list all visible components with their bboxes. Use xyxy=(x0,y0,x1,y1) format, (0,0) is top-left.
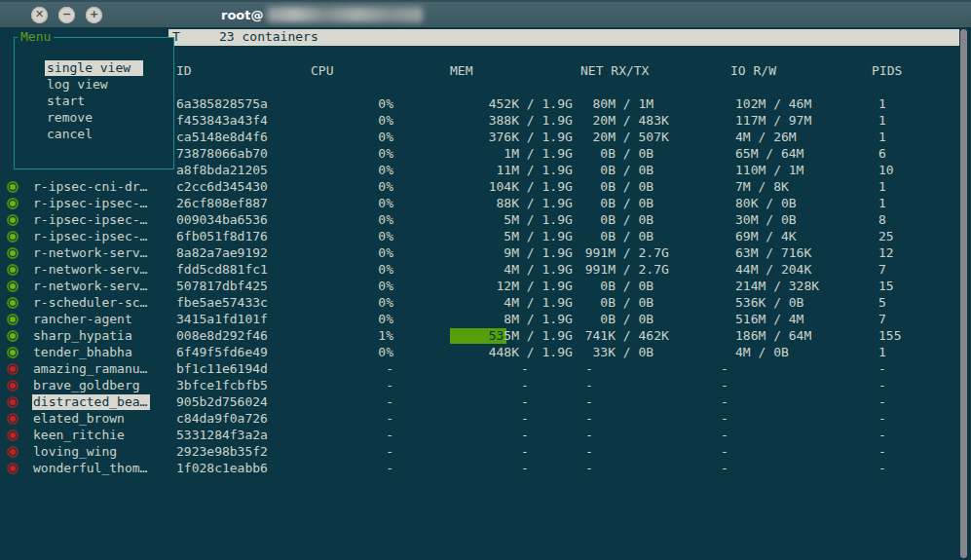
pids-value: - xyxy=(878,394,886,410)
container-name: r-scheduler-sc… xyxy=(33,295,147,311)
net-rx-value: 0B xyxy=(518,295,616,311)
io-value: - xyxy=(721,411,728,427)
table-row[interactable]: r-network-serv…8a82a7ae91920%9M / 1.9G99… xyxy=(0,245,971,262)
cpu-value: - xyxy=(296,428,393,443)
table-row[interactable]: sharp_hypatia008e8d292f461%535M / 1.9G74… xyxy=(0,328,971,345)
container-name: wonderful_thom… xyxy=(33,461,147,476)
table-row[interactable]: loving_wing2923e98b35f2----- xyxy=(0,444,971,461)
table-row[interactable]: r-network-serv…507817dbf4250%12M / 1.9G0… xyxy=(0,279,971,295)
status-icon-running xyxy=(7,231,19,243)
io-value: 65M / 64M xyxy=(735,146,803,162)
container-id: 8a82a7ae9192 xyxy=(176,245,268,261)
table-row[interactable]: brave_goldberg3bfce1fcbfb5----- xyxy=(0,378,971,394)
status-icon-stopped xyxy=(7,429,19,441)
cpu-value: 0% xyxy=(296,212,393,228)
mem-value: - xyxy=(521,378,529,393)
io-value: 4M / 26M xyxy=(735,130,797,145)
container-name: sharp_hypatia xyxy=(33,328,132,344)
table-row[interactable]: tender_bhabha6f49f5fd6e490%448K / 1.9G33… xyxy=(0,345,971,361)
net-rx-value: 0B xyxy=(518,146,616,162)
net-rx-value: 0B xyxy=(518,163,616,178)
status-icon-running xyxy=(7,297,19,309)
net-value: - xyxy=(585,428,593,443)
close-button[interactable]: ✕ xyxy=(31,7,48,23)
cpu-value: 0% xyxy=(296,130,393,145)
net-tx-value: / 0B xyxy=(616,212,654,228)
table-row[interactable]: keen_ritchie5331284f3a2a----- xyxy=(0,428,971,444)
maximize-button[interactable]: + xyxy=(86,7,102,23)
pids-value: 1 xyxy=(878,179,886,195)
io-value: - xyxy=(721,378,728,393)
container-name: r-ipsec-ipsec-… xyxy=(33,212,147,228)
cpu-value: 0% xyxy=(296,229,393,244)
container-id: 009034ba6536 xyxy=(176,212,268,228)
net-tx-value: / 2.7G xyxy=(616,245,669,261)
table-row[interactable]: rancher-agent3415a1fd101f0%8M / 1.9G0B /… xyxy=(0,312,971,328)
io-value: - xyxy=(721,361,728,377)
table-row[interactable]: r-ipsec-ipsec-…6fb051f8d1760%5M / 1.9G0B… xyxy=(0,229,971,245)
status-icon-stopped xyxy=(7,396,19,408)
window-titlebar: ✕ − + root@ xyxy=(0,0,971,27)
menu-item-log-view[interactable]: log view xyxy=(47,77,108,93)
io-value: 7M / 8K xyxy=(735,179,789,195)
container-name: elated_brown xyxy=(33,411,125,427)
mem-value: 88K xyxy=(422,196,519,211)
menu-item-cancel[interactable]: cancel xyxy=(47,127,93,142)
cpu-value: - xyxy=(296,411,393,427)
menu-item-single-view[interactable]: single view xyxy=(45,60,143,76)
mem-value: 5M xyxy=(422,229,519,244)
mem-value: - xyxy=(521,411,529,427)
table-row[interactable]: amazing_ramanu…bf1c11e6194d----- xyxy=(0,361,971,378)
io-value: 69M / 4K xyxy=(735,229,797,244)
pids-value: 10 xyxy=(878,163,894,178)
net-tx-value: / 0B xyxy=(616,163,654,178)
status-icon-stopped xyxy=(7,380,19,392)
cpu-value: 0% xyxy=(296,295,393,311)
minimize-button[interactable]: − xyxy=(58,7,75,23)
net-rx-value: 991M xyxy=(518,245,616,261)
io-value: 102M / 46M xyxy=(735,96,811,112)
net-tx-value: / 0B xyxy=(616,345,654,360)
table-row[interactable]: r-ipsec-cni-dr…c2cc6d3454300%104K / 1.9G… xyxy=(0,179,971,196)
cpu-value: 0% xyxy=(296,179,393,195)
container-name: amazing_ramanu… xyxy=(33,361,147,377)
menu-item-start[interactable]: start xyxy=(47,93,85,109)
status-icon-stopped xyxy=(7,446,19,458)
container-name: r-ipsec-ipsec-… xyxy=(33,196,147,211)
table-row[interactable]: distracted_bea…905b2d756024----- xyxy=(0,394,971,411)
table-row[interactable]: wonderful_thom…1f028c1eabb6----- xyxy=(0,461,971,477)
container-id: 26cf808ef887 xyxy=(176,196,268,211)
net-rx-value: 80M xyxy=(518,96,616,112)
net-rx-value: 991M xyxy=(518,262,616,278)
pids-value: 1 xyxy=(878,345,886,360)
mem-value: 4M xyxy=(422,295,519,311)
cpu-value: - xyxy=(296,394,393,410)
io-value: 63M / 716K xyxy=(735,245,811,261)
net-tx-value: / 0B xyxy=(616,196,654,211)
table-row[interactable]: r-ipsec-ipsec-…009034ba65360%5M / 1.9G0B… xyxy=(0,212,971,229)
column-header-net: NET RX/TX xyxy=(580,63,649,79)
pids-value: 6 xyxy=(878,146,886,162)
mem-value: 448K xyxy=(422,345,519,360)
container-id: f453843a43f4 xyxy=(176,113,268,129)
pids-value: 7 xyxy=(878,312,886,327)
table-row[interactable]: r-ipsec-ipsec-…26cf808ef8870%88K / 1.9G0… xyxy=(0,196,971,212)
net-value: - xyxy=(585,411,593,427)
mem-value: 4M xyxy=(422,262,519,278)
mem-value: 376K xyxy=(422,130,519,145)
net-rx-value: 0B xyxy=(518,196,616,211)
table-row[interactable]: elated_brownc84da9f0a726----- xyxy=(0,411,971,428)
net-rx-value: 20M xyxy=(518,113,616,129)
table-row[interactable]: r-scheduler-sc…fbe5ae57433c0%4M / 1.9G0B… xyxy=(0,295,971,312)
cpu-value: 0% xyxy=(296,196,393,211)
mem-value: 11M xyxy=(422,163,519,178)
container-name: r-network-serv… xyxy=(33,245,147,261)
mem-value: - xyxy=(521,461,529,476)
net-tx-value: / 0B xyxy=(616,229,654,244)
io-value: 44M / 204K xyxy=(735,262,811,278)
menu-item-remove[interactable]: remove xyxy=(47,110,93,126)
table-row[interactable]: r-network-serv…fdd5cd881fc10%4M / 1.9G99… xyxy=(0,262,971,279)
net-tx-value: / 0B xyxy=(616,295,654,311)
scrollbar[interactable] xyxy=(960,29,967,558)
cpu-value: - xyxy=(296,461,393,476)
